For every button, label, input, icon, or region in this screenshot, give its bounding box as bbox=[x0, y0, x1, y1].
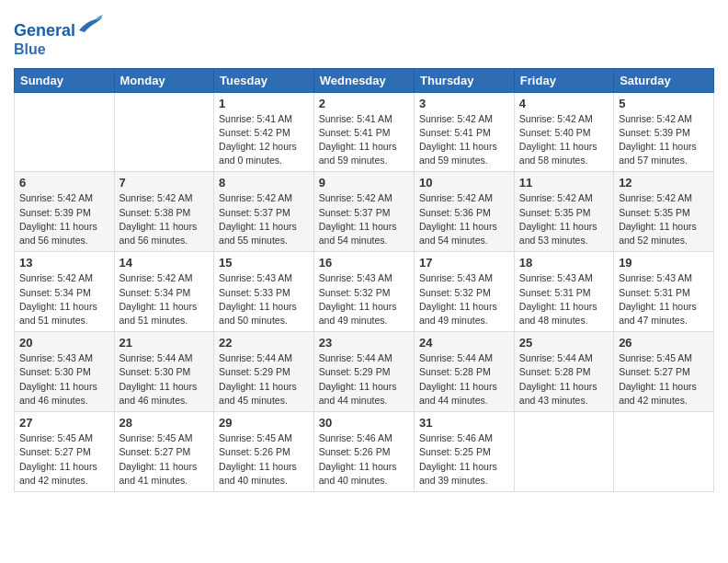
day-number: 16 bbox=[319, 256, 409, 270]
day-info: Sunrise: 5:42 AMSunset: 5:36 PMDaylight:… bbox=[419, 191, 509, 247]
day-number: 19 bbox=[619, 256, 709, 270]
calendar-cell: 6Sunrise: 5:42 AMSunset: 5:39 PMDaylight… bbox=[15, 172, 115, 252]
calendar-cell: 7Sunrise: 5:42 AMSunset: 5:38 PMDaylight… bbox=[114, 172, 214, 252]
day-info: Sunrise: 5:43 AMSunset: 5:32 PMDaylight:… bbox=[419, 271, 509, 327]
calendar-cell: 23Sunrise: 5:44 AMSunset: 5:29 PMDayligh… bbox=[313, 332, 414, 412]
day-info: Sunrise: 5:43 AMSunset: 5:31 PMDaylight:… bbox=[619, 271, 709, 327]
weekday-header-row: SundayMondayTuesdayWednesdayThursdayFrid… bbox=[15, 68, 714, 92]
day-info: Sunrise: 5:42 AMSunset: 5:40 PMDaylight:… bbox=[519, 112, 609, 168]
calendar-cell: 26Sunrise: 5:45 AMSunset: 5:27 PMDayligh… bbox=[614, 332, 714, 412]
weekday-header-thursday: Thursday bbox=[415, 68, 515, 92]
calendar-cell: 31Sunrise: 5:46 AMSunset: 5:25 PMDayligh… bbox=[415, 412, 515, 492]
calendar-cell: 24Sunrise: 5:44 AMSunset: 5:28 PMDayligh… bbox=[415, 332, 515, 412]
weekday-header-saturday: Saturday bbox=[614, 68, 714, 92]
calendar-table: SundayMondayTuesdayWednesdayThursdayFrid… bbox=[14, 68, 714, 492]
day-number: 23 bbox=[319, 336, 409, 350]
calendar-cell: 4Sunrise: 5:42 AMSunset: 5:40 PMDaylight… bbox=[514, 92, 613, 172]
weekday-header-wednesday: Wednesday bbox=[313, 68, 414, 92]
day-info: Sunrise: 5:44 AMSunset: 5:29 PMDaylight:… bbox=[319, 351, 409, 408]
day-info: Sunrise: 5:46 AMSunset: 5:25 PMDaylight:… bbox=[419, 431, 509, 488]
day-number: 20 bbox=[19, 336, 109, 350]
day-number: 12 bbox=[619, 176, 709, 190]
calendar-cell: 21Sunrise: 5:44 AMSunset: 5:30 PMDayligh… bbox=[114, 332, 214, 412]
day-number: 24 bbox=[419, 336, 509, 350]
calendar-week-row: 27Sunrise: 5:45 AMSunset: 5:27 PMDayligh… bbox=[15, 412, 714, 492]
calendar-cell: 3Sunrise: 5:42 AMSunset: 5:41 PMDaylight… bbox=[415, 92, 515, 172]
calendar-week-row: 1Sunrise: 5:41 AMSunset: 5:42 PMDaylight… bbox=[15, 92, 714, 172]
day-number: 4 bbox=[519, 97, 609, 110]
day-number: 31 bbox=[419, 416, 509, 430]
calendar-cell: 14Sunrise: 5:42 AMSunset: 5:34 PMDayligh… bbox=[114, 252, 214, 332]
weekday-header-sunday: Sunday bbox=[15, 68, 115, 92]
logo: General Blue bbox=[14, 14, 105, 59]
day-info: Sunrise: 5:46 AMSunset: 5:26 PMDaylight:… bbox=[319, 431, 409, 488]
day-number: 2 bbox=[319, 97, 409, 110]
day-number: 30 bbox=[319, 416, 409, 430]
day-number: 22 bbox=[219, 336, 309, 350]
day-info: Sunrise: 5:42 AMSunset: 5:38 PMDaylight:… bbox=[119, 191, 210, 247]
day-number: 10 bbox=[419, 176, 509, 190]
day-info: Sunrise: 5:43 AMSunset: 5:33 PMDaylight:… bbox=[219, 271, 309, 327]
calendar-cell bbox=[614, 412, 714, 492]
calendar-week-row: 13Sunrise: 5:42 AMSunset: 5:34 PMDayligh… bbox=[15, 252, 714, 332]
calendar-cell: 13Sunrise: 5:42 AMSunset: 5:34 PMDayligh… bbox=[15, 252, 115, 332]
calendar-week-row: 20Sunrise: 5:43 AMSunset: 5:30 PMDayligh… bbox=[15, 332, 714, 412]
day-info: Sunrise: 5:42 AMSunset: 5:34 PMDaylight:… bbox=[119, 271, 210, 327]
day-number: 18 bbox=[519, 256, 609, 270]
day-number: 7 bbox=[119, 176, 210, 190]
day-info: Sunrise: 5:44 AMSunset: 5:28 PMDaylight:… bbox=[519, 351, 609, 408]
calendar-week-row: 6Sunrise: 5:42 AMSunset: 5:39 PMDaylight… bbox=[15, 172, 714, 252]
page-header: General Blue bbox=[14, 14, 714, 59]
day-number: 26 bbox=[619, 336, 709, 350]
day-number: 14 bbox=[119, 256, 210, 270]
day-number: 25 bbox=[519, 336, 609, 350]
day-number: 28 bbox=[119, 416, 210, 430]
calendar-cell: 8Sunrise: 5:42 AMSunset: 5:37 PMDaylight… bbox=[214, 172, 314, 252]
day-info: Sunrise: 5:42 AMSunset: 5:37 PMDaylight:… bbox=[219, 191, 309, 247]
day-info: Sunrise: 5:42 AMSunset: 5:35 PMDaylight:… bbox=[519, 191, 609, 247]
calendar-cell bbox=[15, 92, 115, 172]
day-info: Sunrise: 5:45 AMSunset: 5:27 PMDaylight:… bbox=[19, 431, 109, 488]
calendar-cell: 11Sunrise: 5:42 AMSunset: 5:35 PMDayligh… bbox=[514, 172, 613, 252]
calendar-cell: 1Sunrise: 5:41 AMSunset: 5:42 PMDaylight… bbox=[214, 92, 314, 172]
day-number: 13 bbox=[19, 256, 109, 270]
calendar-cell: 19Sunrise: 5:43 AMSunset: 5:31 PMDayligh… bbox=[614, 252, 714, 332]
day-info: Sunrise: 5:41 AMSunset: 5:41 PMDaylight:… bbox=[319, 112, 409, 168]
calendar-cell: 29Sunrise: 5:45 AMSunset: 5:26 PMDayligh… bbox=[214, 412, 314, 492]
calendar-cell: 12Sunrise: 5:42 AMSunset: 5:35 PMDayligh… bbox=[614, 172, 714, 252]
logo-blue: Blue bbox=[14, 41, 46, 57]
weekday-header-tuesday: Tuesday bbox=[214, 68, 314, 92]
weekday-header-monday: Monday bbox=[114, 68, 214, 92]
day-info: Sunrise: 5:42 AMSunset: 5:35 PMDaylight:… bbox=[619, 191, 709, 247]
calendar-cell: 16Sunrise: 5:43 AMSunset: 5:32 PMDayligh… bbox=[313, 252, 414, 332]
calendar-cell: 28Sunrise: 5:45 AMSunset: 5:27 PMDayligh… bbox=[114, 412, 214, 492]
calendar-cell: 9Sunrise: 5:42 AMSunset: 5:37 PMDaylight… bbox=[313, 172, 414, 252]
calendar-cell: 10Sunrise: 5:42 AMSunset: 5:36 PMDayligh… bbox=[415, 172, 515, 252]
calendar-cell bbox=[114, 92, 214, 172]
calendar-cell: 20Sunrise: 5:43 AMSunset: 5:30 PMDayligh… bbox=[15, 332, 115, 412]
day-number: 11 bbox=[519, 176, 609, 190]
day-info: Sunrise: 5:45 AMSunset: 5:26 PMDaylight:… bbox=[219, 431, 309, 488]
calendar-cell: 15Sunrise: 5:43 AMSunset: 5:33 PMDayligh… bbox=[214, 252, 314, 332]
day-info: Sunrise: 5:42 AMSunset: 5:34 PMDaylight:… bbox=[19, 271, 109, 327]
calendar-cell: 5Sunrise: 5:42 AMSunset: 5:39 PMDaylight… bbox=[614, 92, 714, 172]
day-info: Sunrise: 5:44 AMSunset: 5:30 PMDaylight:… bbox=[119, 351, 210, 408]
day-info: Sunrise: 5:43 AMSunset: 5:30 PMDaylight:… bbox=[19, 351, 109, 408]
day-info: Sunrise: 5:45 AMSunset: 5:27 PMDaylight:… bbox=[119, 431, 210, 488]
logo-text: General Blue bbox=[14, 14, 105, 59]
calendar-cell: 18Sunrise: 5:43 AMSunset: 5:31 PMDayligh… bbox=[514, 252, 613, 332]
day-info: Sunrise: 5:43 AMSunset: 5:32 PMDaylight:… bbox=[319, 271, 409, 327]
day-number: 6 bbox=[19, 176, 109, 190]
day-number: 21 bbox=[119, 336, 210, 350]
day-info: Sunrise: 5:42 AMSunset: 5:41 PMDaylight:… bbox=[419, 112, 509, 168]
weekday-header-friday: Friday bbox=[514, 68, 613, 92]
calendar-cell: 25Sunrise: 5:44 AMSunset: 5:28 PMDayligh… bbox=[514, 332, 613, 412]
day-number: 8 bbox=[219, 176, 309, 190]
logo-bird-icon bbox=[77, 14, 105, 36]
day-info: Sunrise: 5:44 AMSunset: 5:28 PMDaylight:… bbox=[419, 351, 509, 408]
day-info: Sunrise: 5:42 AMSunset: 5:37 PMDaylight:… bbox=[319, 191, 409, 247]
day-number: 9 bbox=[319, 176, 409, 190]
day-info: Sunrise: 5:41 AMSunset: 5:42 PMDaylight:… bbox=[219, 112, 309, 168]
day-number: 27 bbox=[19, 416, 109, 430]
day-number: 5 bbox=[619, 97, 709, 110]
